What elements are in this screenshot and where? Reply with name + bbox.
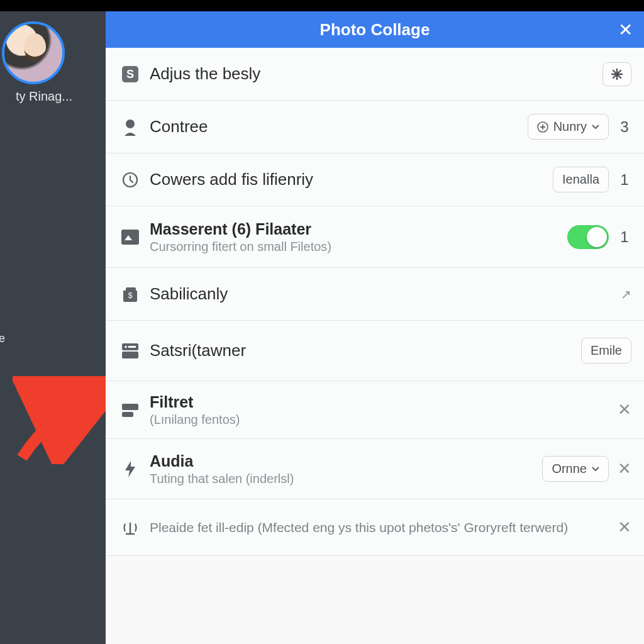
app-root: ty Rinag... e Photo Collage ✕ S Adjus th…: [0, 0, 644, 644]
link-icon[interactable]: ↗: [621, 287, 631, 302]
row-label: Satsri(tawner: [150, 341, 581, 360]
settings-list: S Adjus the besly Contree: [106, 48, 644, 644]
svg-point-15: [125, 345, 127, 348]
dropdown-nunry[interactable]: Nunry: [528, 114, 609, 140]
person-icon: [117, 118, 143, 136]
close-icon[interactable]: ✕: [618, 400, 631, 419]
row-filtret[interactable]: Filtret (Lınilang fentos) ✕: [106, 381, 644, 439]
annotation-arrow-left: [13, 376, 113, 464]
chevron-down-icon: [592, 125, 599, 130]
square-s-icon: S: [117, 65, 143, 84]
svg-rect-11: [121, 230, 139, 245]
count-value: 1: [618, 228, 631, 246]
close-icon[interactable]: ✕: [618, 459, 631, 479]
sidebar: ty Rinag... e: [0, 11, 106, 644]
svg-rect-17: [122, 404, 138, 410]
asterisk-icon: [611, 68, 623, 80]
row-sabilicanly[interactable]: $ Sabilicanly ↗: [106, 268, 644, 321]
row-pleaide[interactable]: Pleaide fet ill-edip (Mfected eng ys thi…: [106, 499, 644, 556]
toggle-switch[interactable]: [567, 225, 609, 249]
count-value: 1: [618, 171, 631, 189]
chevron-down-icon: [592, 467, 599, 472]
row-label: Cowers add fis lifienriy: [150, 170, 553, 189]
row-satsri[interactable]: Satsri(tawner Emile: [106, 321, 644, 381]
label-icon: [117, 402, 143, 418]
svg-point-6: [126, 119, 135, 128]
row-label: Contree: [150, 117, 528, 136]
row-contree[interactable]: Contree Nunry 3: [106, 101, 644, 153]
row-label: Pleaide fet ill-edip (Mfected eng ys thi…: [150, 519, 618, 536]
row-label: Filtret: [150, 393, 618, 411]
close-icon[interactable]: ✕: [618, 518, 631, 537]
lightning-icon: [117, 460, 143, 479]
image-icon: [117, 229, 143, 245]
row-cowers[interactable]: Cowers add fis lifienriy Ienalla 1: [106, 153, 644, 206]
clock-icon: [117, 171, 143, 189]
sidebar-letter: e: [0, 332, 5, 345]
wallet-icon: $: [117, 286, 143, 303]
row-label: Audia: [150, 452, 542, 470]
row-subtitle: Tuting that salen (inderlsl): [150, 472, 542, 486]
row-audia[interactable]: Audia Tuting that salen (inderlsl) Ornne…: [106, 439, 644, 499]
row-subtitle: (Lınilang fentos): [150, 413, 618, 427]
avatar-wrap: ty Rinag...: [0, 16, 106, 104]
row-masserent[interactable]: Masserent (6) Filaater Cursorring fitert…: [106, 206, 644, 268]
avatar-name: ty Rinag...: [16, 89, 72, 104]
antenna-icon: [117, 519, 143, 536]
server-icon: [117, 342, 143, 360]
row-subtitle: Cursorring fitert on small Filetos): [150, 240, 567, 254]
close-icon[interactable]: ✕: [618, 19, 633, 40]
dropdown-label: Nunry: [553, 119, 587, 134]
dropdown-ornne[interactable]: Ornne: [542, 456, 609, 482]
avatar[interactable]: [2, 21, 65, 84]
row-label: Masserent (6) Filaater: [150, 220, 567, 238]
svg-text:S: S: [126, 68, 134, 80]
main-panel: Photo Collage ✕ S Adjus the besly: [106, 11, 644, 644]
panel-title: Photo Collage: [320, 20, 430, 40]
svg-text:$: $: [128, 291, 133, 300]
count-value: 3: [618, 118, 631, 136]
row-label: Adjus the besly: [150, 64, 602, 84]
plus-circle-icon: [537, 121, 548, 133]
svg-rect-18: [122, 412, 133, 417]
button-ienalla[interactable]: Ienalla: [553, 167, 609, 192]
svg-rect-16: [128, 346, 136, 348]
svg-rect-14: [122, 352, 138, 358]
row-adjust[interactable]: S Adjus the besly: [106, 48, 644, 101]
button-emile[interactable]: Emile: [581, 338, 631, 364]
row-label: Sabilicanly: [150, 284, 621, 304]
settings-button[interactable]: [602, 62, 631, 86]
panel-header: Photo Collage ✕: [106, 11, 644, 48]
